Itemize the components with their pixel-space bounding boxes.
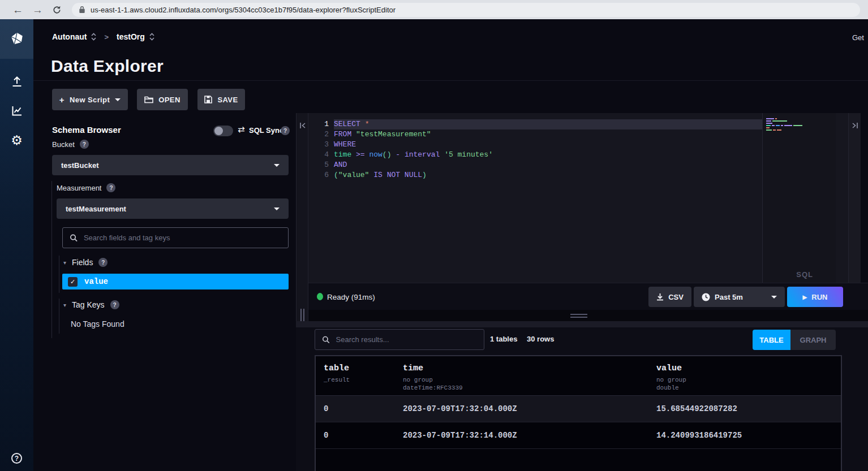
bucket-label-row: Bucket ? <box>52 140 89 149</box>
code-line[interactable]: SELECT * <box>334 119 774 129</box>
tab-graph[interactable]: GRAPH <box>790 330 836 350</box>
minimap-code-preview <box>766 118 802 132</box>
editor-code[interactable]: SELECT *FROM "testMeasurement"WHEREtime … <box>334 119 774 180</box>
line-number: 3 <box>308 140 329 150</box>
editor-minimap[interactable]: SQL <box>762 113 836 283</box>
schema-search-input[interactable] <box>84 234 281 242</box>
save-icon <box>204 96 212 103</box>
sql-sync-help-icon[interactable]: ? <box>281 126 290 135</box>
address-bar[interactable]: us-east-1-1.aws.cloud2.influxdata.com/or… <box>72 3 860 17</box>
open-button[interactable]: OPEN <box>137 89 188 110</box>
fields-section-header[interactable]: ▾ Fields ? <box>63 258 108 267</box>
indent-guide <box>51 181 52 338</box>
table-cell: 2023-07-09T17:32:04.000Z <box>395 404 648 413</box>
schema-search <box>62 227 289 248</box>
breadcrumb-separator-icon: > <box>104 33 109 41</box>
new-script-label: New Script <box>70 96 110 104</box>
query-status-text: Ready (91ms) <box>327 293 375 301</box>
collapse-right-icon[interactable] <box>851 121 859 130</box>
language-badge: SQL <box>796 270 813 279</box>
column-header: valueno groupdouble <box>648 364 841 395</box>
line-number: 2 <box>308 129 329 140</box>
tag-keys-label: Tag Keys <box>72 300 105 309</box>
save-button[interactable]: SAVE <box>197 89 245 110</box>
panel-splitter-horizontal[interactable] <box>308 310 868 321</box>
line-number: 1 <box>308 119 329 129</box>
browser-back-icon[interactable]: ← <box>12 5 23 15</box>
sql-sync-toggle[interactable] <box>213 126 233 136</box>
schema-browser-heading: Schema Browser <box>52 125 121 135</box>
panel-splitter-right[interactable] <box>848 113 861 283</box>
code-line[interactable]: WHERE <box>334 140 774 150</box>
field-checkbox[interactable]: ✓ <box>68 277 78 287</box>
editor-gutter: 123456 <box>308 119 329 180</box>
table-cell: 0 <box>316 431 395 440</box>
clock-icon <box>702 293 710 301</box>
fields-help-icon[interactable]: ? <box>98 258 108 267</box>
check-icon: ✓ <box>70 278 75 286</box>
status-dot <box>317 293 323 300</box>
data-explorer-icon[interactable] <box>0 96 33 126</box>
results-panel: 1 tables 30 rows TABLE GRAPH table_resul… <box>296 321 868 471</box>
sql-sync-label: SQL Sync <box>249 126 283 135</box>
header-divider <box>33 80 868 81</box>
breadcrumb-org[interactable]: testOrg <box>117 32 145 41</box>
collapse-caret-icon[interactable]: ▾ <box>63 302 66 308</box>
time-range-dropdown[interactable]: Past 5m <box>694 287 785 307</box>
line-number: 6 <box>308 170 329 180</box>
open-label: OPEN <box>158 96 180 104</box>
run-query-button[interactable]: ▶ RUN <box>787 287 843 307</box>
table-cell: 15.68544922087282 <box>648 404 841 413</box>
plus-icon: + <box>59 95 65 105</box>
browser-forward-icon[interactable]: → <box>32 5 43 15</box>
code-line[interactable]: FROM "testMeasurement" <box>334 129 774 140</box>
field-item-label: value <box>84 277 108 286</box>
tab-table[interactable]: TABLE <box>753 330 790 350</box>
bucket-help-icon[interactable]: ? <box>80 140 89 149</box>
results-table-body: 02023-07-09T17:32:04.000Z15.685449220872… <box>316 396 841 449</box>
code-line[interactable]: ("value" IS NOT NULL) <box>334 170 774 180</box>
tag-keys-section-header[interactable]: ▾ Tag Keys ? <box>63 300 119 309</box>
splitter-grip <box>570 314 587 319</box>
account-switcher-icon[interactable] <box>91 33 96 41</box>
sync-arrows-icon: ⇄ <box>238 124 245 135</box>
line-number: 4 <box>308 150 329 160</box>
sql-editor[interactable]: 123456 SELECT *FROM "testMeasurement"WHE… <box>308 113 848 283</box>
influxdata-logo[interactable] <box>0 19 33 59</box>
get-credit-link[interactable]: Get <box>852 33 864 42</box>
measurement-help-icon[interactable]: ? <box>106 183 115 192</box>
table-cell: 14.240993186419725 <box>648 431 841 440</box>
results-search <box>315 329 484 350</box>
collapse-caret-icon[interactable]: ▾ <box>63 260 66 266</box>
csv-download-button[interactable]: CSV <box>648 287 691 307</box>
new-script-button[interactable]: + New Script <box>52 89 128 110</box>
bucket-select[interactable]: testBucket <box>52 155 289 175</box>
code-line[interactable]: time >= now() - interval '5 minutes' <box>334 150 774 160</box>
page-title: Data Explorer <box>51 57 164 76</box>
chevron-down-icon <box>771 296 777 299</box>
code-line[interactable]: AND <box>334 160 774 170</box>
help-icon[interactable]: ? <box>11 453 22 464</box>
chevron-down-icon <box>274 164 280 167</box>
upload-data-icon[interactable] <box>0 67 33 96</box>
run-label: RUN <box>811 293 827 301</box>
results-search-input[interactable] <box>336 335 477 344</box>
field-item-value[interactable]: ✓ value <box>62 274 289 289</box>
bucket-label: Bucket <box>52 140 75 149</box>
csv-label: CSV <box>668 293 684 301</box>
breadcrumb-account[interactable]: Autonaut <box>52 32 87 41</box>
table-cell: 0 <box>316 404 395 413</box>
table-row: 02023-07-09T17:32:04.000Z15.685449220872… <box>316 396 841 422</box>
no-tags-message: No Tags Found <box>71 319 124 329</box>
settings-gear-icon[interactable]: ⚙ <box>0 126 33 155</box>
rows-count: 30 rows <box>527 335 554 343</box>
tab-graph-label: GRAPH <box>800 336 827 344</box>
time-range-label: Past 5m <box>715 293 743 301</box>
toggle-knob <box>214 127 223 135</box>
measurement-select[interactable]: testMeasurement <box>57 198 289 219</box>
tag-keys-help-icon[interactable]: ? <box>110 300 119 309</box>
org-switcher-icon[interactable] <box>149 33 154 41</box>
line-number: 5 <box>308 160 329 170</box>
browser-reload-icon[interactable] <box>52 5 62 15</box>
collapse-left-icon[interactable] <box>299 121 307 130</box>
